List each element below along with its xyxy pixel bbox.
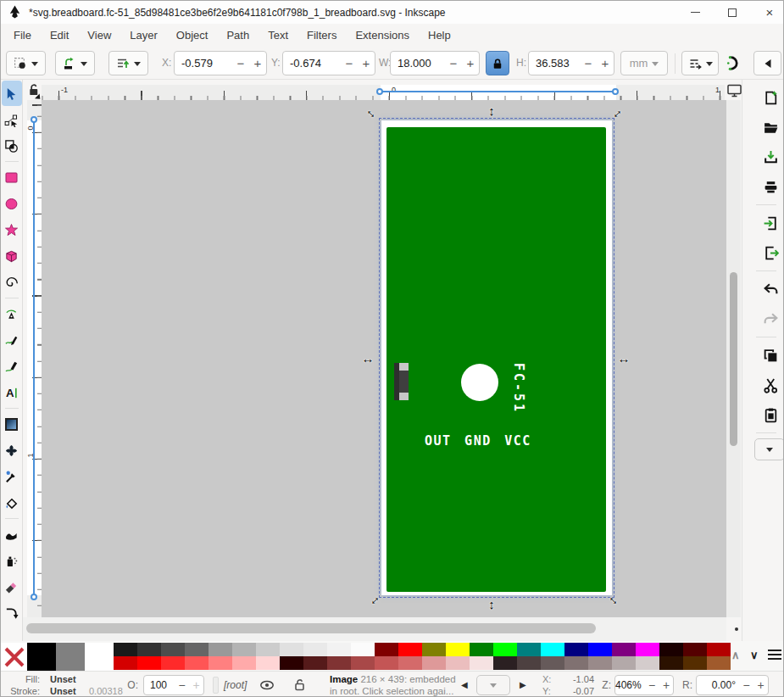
minimize-button[interactable] — [676, 1, 714, 24]
tool-connector[interactable] — [2, 600, 22, 626]
zoom-value[interactable]: 406% — [615, 679, 645, 691]
menu-item[interactable]: Extensions — [346, 25, 419, 45]
palette-swatch[interactable] — [351, 656, 375, 670]
palette-swatch[interactable] — [659, 656, 683, 670]
width-increment-button[interactable]: + — [462, 56, 479, 70]
next-selection-icon[interactable]: ▶ — [520, 680, 526, 689]
selection-mode-dropdown[interactable] — [6, 51, 46, 75]
current-layer-label[interactable]: [root] — [224, 679, 247, 691]
palette-swatch[interactable] — [137, 656, 161, 670]
palette-swatch[interactable] — [683, 643, 707, 656]
tool-selector[interactable] — [2, 81, 22, 106]
palette-swatch[interactable] — [564, 643, 588, 656]
tool-eraser[interactable] — [2, 574, 22, 599]
tool-pen[interactable] — [2, 301, 22, 326]
palette-swatch[interactable] — [375, 656, 398, 670]
tool-pencil[interactable] — [2, 327, 22, 353]
palette-swatch[interactable] — [541, 656, 564, 670]
palette-swatch[interactable] — [588, 643, 612, 656]
no-color-swatch[interactable] — [1, 643, 27, 671]
height-decrement-button[interactable]: − — [580, 56, 597, 70]
palette-swatch[interactable] — [161, 656, 185, 670]
palette-swatch[interactable] — [85, 643, 114, 671]
palette-swatch[interactable] — [137, 643, 161, 656]
palette-swatch[interactable] — [422, 643, 446, 656]
collapse-snap-bar-button[interactable] — [753, 51, 781, 75]
palette-swatch[interactable] — [636, 643, 659, 656]
vertical-ruler[interactable]: 0 1 — [27, 100, 42, 617]
width-decrement-button[interactable]: − — [445, 56, 462, 70]
paste-button[interactable] — [758, 403, 783, 427]
palette-swatch[interactable] — [185, 656, 209, 670]
canvas[interactable]: FC-51 OUT GND VCC ↔ ↕ ↔ ↔ ↔ ↔ ↕ ↔ — [42, 100, 726, 617]
tool-dropper[interactable] — [2, 464, 22, 489]
palette-swatch[interactable] — [422, 656, 446, 670]
menu-item[interactable]: Filters — [297, 25, 346, 45]
palette-swatch[interactable] — [375, 643, 398, 656]
rotation-input[interactable]: 0.00° − + — [696, 675, 769, 695]
palette-swatch[interactable] — [398, 656, 422, 670]
menu-item[interactable]: Help — [419, 25, 460, 45]
y-decrement-button[interactable]: − — [341, 56, 358, 70]
tool-box-3d[interactable] — [2, 243, 22, 269]
opacity-decrement-button[interactable]: − — [175, 678, 189, 692]
display-mode-button[interactable] — [726, 83, 742, 102]
palette-swatch[interactable] — [256, 656, 280, 670]
palette-swatch[interactable] — [303, 643, 327, 656]
x-input[interactable]: -0.579 − + — [174, 51, 267, 75]
palette-swatch[interactable] — [517, 643, 541, 656]
palette-swatch[interactable] — [612, 643, 636, 656]
palette-swatch[interactable] — [56, 643, 85, 671]
palette-swatch[interactable] — [209, 656, 232, 670]
print-button[interactable] — [758, 175, 783, 198]
more-commands-button[interactable] — [754, 438, 784, 460]
tool-tweak[interactable] — [2, 521, 22, 547]
palette-swatch[interactable] — [659, 643, 683, 656]
stroke-scale-dropdown[interactable] — [55, 51, 95, 75]
tool-spray[interactable] — [2, 548, 22, 573]
lock-ratio-button[interactable] — [486, 51, 509, 75]
palette-scroll-down-icon[interactable]: ∨ — [750, 649, 759, 661]
palette-swatch[interactable] — [280, 643, 303, 656]
y-input[interactable]: -0.674 − + — [282, 51, 375, 75]
palette-swatch[interactable] — [280, 656, 303, 670]
tool-text[interactable]: A — [2, 380, 22, 405]
horizontal-ruler[interactable]: -1 0 1 — [42, 85, 725, 100]
fill-value[interactable]: Unset — [50, 674, 76, 684]
palette-swatch[interactable] — [256, 643, 280, 656]
palette-swatch[interactable] — [707, 643, 731, 656]
save-button[interactable] — [758, 145, 783, 169]
copy-button[interactable] — [758, 343, 783, 367]
redo-button[interactable] — [758, 307, 783, 331]
width-input[interactable]: 18.000 − + — [390, 51, 480, 75]
tool-spiral[interactable] — [2, 270, 22, 295]
undo-button[interactable] — [758, 277, 783, 301]
cut-button[interactable] — [758, 373, 783, 397]
z-order-dropdown[interactable] — [108, 51, 148, 75]
y-increment-button[interactable]: + — [358, 56, 375, 70]
stroke-value[interactable]: Unset — [50, 686, 76, 696]
palette-swatch[interactable] — [470, 656, 493, 670]
scale-handle-n[interactable]: ↕ — [485, 103, 498, 117]
tool-calligraphy[interactable] — [2, 354, 22, 379]
palette-swatch[interactable] — [209, 643, 232, 656]
palette-swatch[interactable] — [564, 656, 588, 670]
menu-item[interactable]: Path — [217, 25, 259, 45]
palette-swatch[interactable] — [232, 643, 256, 656]
scale-handle-e[interactable]: ↔ — [617, 351, 631, 365]
tool-star[interactable] — [2, 217, 22, 243]
height-increment-button[interactable]: + — [597, 56, 614, 70]
palette-swatch[interactable] — [114, 643, 137, 656]
palette-swatch[interactable] — [446, 643, 470, 656]
palette-swatch[interactable] — [27, 643, 56, 671]
palette-swatch[interactable] — [588, 656, 612, 670]
palette-swatch[interactable] — [327, 656, 351, 670]
palette-swatch[interactable] — [493, 643, 517, 656]
y-value[interactable]: -0.674 — [283, 57, 341, 70]
palette-swatch[interactable] — [446, 656, 470, 670]
selection-dropdown[interactable] — [476, 675, 510, 695]
open-button[interactable] — [758, 115, 783, 139]
palette-menu-icon[interactable] — [768, 650, 781, 662]
menu-item[interactable]: Layer — [120, 25, 167, 45]
new-document-button[interactable] — [758, 86, 783, 109]
